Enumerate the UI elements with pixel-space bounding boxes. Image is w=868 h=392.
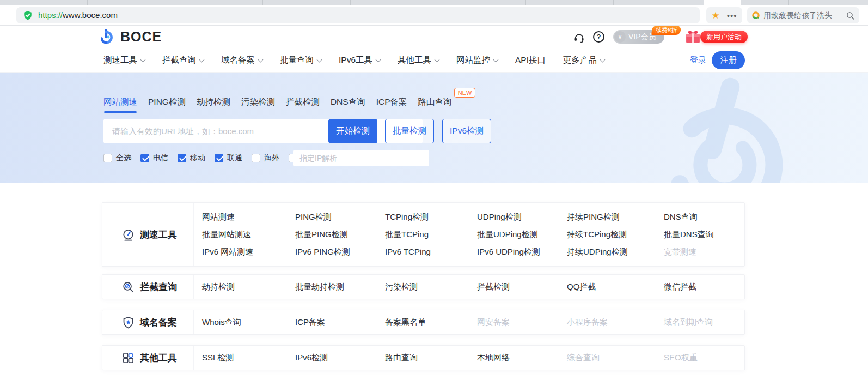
category-title: 拦截查询: [140, 281, 177, 293]
register-button[interactable]: 注册: [712, 51, 745, 69]
nav-item[interactable]: 更多产品: [563, 55, 604, 66]
tool-link[interactable]: IPv6 PING检测: [295, 243, 385, 261]
nav-item[interactable]: 域名备案: [221, 55, 262, 66]
tool-link[interactable]: 网站测速: [202, 208, 295, 226]
tool-link[interactable]: 路由查询: [385, 349, 477, 366]
tool-link[interactable]: 批量劫持检测: [295, 278, 385, 295]
tool-link[interactable]: UDPing检测: [477, 208, 567, 226]
nav-item[interactable]: 其他工具: [398, 55, 439, 66]
tool-link[interactable]: DNS查询: [664, 208, 744, 226]
address-bar[interactable]: https://www.boce.com: [16, 7, 700, 23]
tool-link[interactable]: 拦截检测: [477, 278, 567, 295]
tool-link[interactable]: 备案黑名单: [385, 313, 477, 331]
hero-tab[interactable]: 污染检测: [241, 97, 275, 113]
gift-icon[interactable]: [684, 28, 701, 44]
tool-link[interactable]: 持续UDPing检测: [567, 243, 664, 261]
hero-tab[interactable]: 拦截检测: [286, 97, 320, 113]
tool-link: 网安备案: [477, 313, 567, 331]
tool-link[interactable]: 批量PING检测: [295, 226, 385, 243]
magnifier-icon[interactable]: [846, 11, 855, 20]
checkbox[interactable]: [178, 154, 186, 162]
nav-item[interactable]: API接口: [515, 55, 546, 66]
url-scheme: https://: [38, 10, 63, 20]
tool-link: 小程序备案: [567, 313, 664, 331]
line-option[interactable]: 移动: [178, 153, 205, 163]
browser-toolbar: https://www.boce.com ★ •••: [0, 5, 868, 26]
more-menu-icon[interactable]: •••: [727, 11, 737, 20]
browser-tabstrip[interactable]: [0, 0, 868, 5]
help-icon[interactable]: ?: [593, 31, 604, 43]
login-link[interactable]: 登录: [690, 48, 706, 73]
tool-link[interactable]: 劫持检测: [202, 278, 295, 295]
tool-link[interactable]: PING检测: [295, 208, 385, 226]
nav-item[interactable]: 拦截查询: [162, 55, 204, 66]
renew-discount-badge: 续费8折: [651, 26, 681, 35]
line-option[interactable]: 海外: [252, 153, 279, 163]
hero-tab[interactable]: 网站测速: [103, 97, 137, 113]
nav-item-label: 其他工具: [398, 55, 431, 66]
tool-link[interactable]: 批量UDPing检测: [477, 226, 567, 243]
hero-tab[interactable]: 路由查询NEW: [418, 97, 451, 113]
hero-section: 网站测速PING检测劫持检测污染检测拦截检测DNS查询ICP备案路由查询NEW …: [0, 73, 868, 183]
url-host: www.boce.com: [63, 10, 118, 20]
tool-link[interactable]: ICP备案: [295, 313, 385, 331]
checkbox[interactable]: [140, 154, 149, 162]
nav-item[interactable]: 网站监控: [456, 55, 498, 66]
ipv6-test-button[interactable]: IPv6检测: [442, 119, 491, 143]
chevron-down-icon: [199, 57, 205, 62]
line-option[interactable]: 全选: [103, 153, 131, 163]
tool-link[interactable]: Whois查询: [202, 313, 295, 331]
hero-tab[interactable]: DNS查询: [331, 97, 365, 113]
tool-link[interactable]: IPv6 UDPing检测: [477, 243, 567, 261]
ip-resolve-input[interactable]: [293, 150, 429, 166]
nav-item[interactable]: 测速工具: [103, 55, 145, 66]
tool-link[interactable]: 污染检测: [385, 278, 477, 295]
browser-active-tab[interactable]: [704, 0, 741, 5]
tool-link[interactable]: IPv6 网站测速: [202, 243, 295, 261]
new-user-activity-button[interactable]: 新用户活动: [700, 31, 748, 43]
checkbox[interactable]: [252, 154, 260, 162]
batch-test-button[interactable]: 批量检测: [385, 119, 434, 143]
tool-link[interactable]: IPv6 TCPing: [385, 243, 477, 261]
shield-star-icon: [122, 316, 135, 329]
browser-search-box[interactable]: [747, 7, 859, 23]
headset-icon[interactable]: [573, 31, 585, 43]
nav-item[interactable]: IPv6工具: [339, 55, 380, 66]
category-header: 域名备案: [102, 310, 194, 334]
vip-crown-icon: ∨: [614, 31, 626, 43]
tool-link: SEO权重: [664, 349, 744, 366]
tool-link[interactable]: 批量TCPing: [385, 226, 477, 243]
nav-item-label: IPv6工具: [339, 55, 372, 66]
tool-link[interactable]: 批量网站测速: [202, 226, 295, 243]
tool-link[interactable]: 本地网络: [477, 349, 567, 366]
nav-item-label: 域名备案: [221, 55, 255, 66]
browser-search-input[interactable]: [763, 11, 842, 20]
tool-link[interactable]: TCPing检测: [385, 208, 477, 226]
hero-tab[interactable]: PING检测: [148, 97, 186, 113]
checkbox[interactable]: [103, 154, 112, 162]
chevron-down-icon: [258, 57, 264, 62]
start-test-button[interactable]: 开始检测: [328, 119, 377, 143]
tool-link[interactable]: IPv6检测: [295, 349, 385, 366]
hero-tab[interactable]: ICP备案: [376, 97, 407, 113]
boce-logo[interactable]: BOCE: [101, 28, 162, 45]
tool-link[interactable]: 持续PING检测: [567, 208, 664, 226]
tool-link[interactable]: QQ拦截: [567, 278, 664, 295]
nav-item[interactable]: 批量查询: [280, 55, 321, 66]
category-links: 网站测速PING检测TCPing检测UDPing检测持续PING检测DNS查询批…: [194, 203, 744, 266]
hero-tab[interactable]: 劫持检测: [197, 97, 230, 113]
tool-link[interactable]: 持续TCPing检测: [567, 226, 664, 243]
bookmark-star-icon[interactable]: ★: [711, 11, 719, 20]
apps-grid-icon: [122, 352, 135, 364]
nav-item-label: 更多产品: [563, 55, 597, 66]
tool-link[interactable]: 批量DNS查询: [664, 226, 744, 243]
tool-link[interactable]: 微信拦截: [664, 278, 744, 295]
line-option[interactable]: 电信: [140, 153, 168, 163]
line-option[interactable]: 联通: [215, 153, 242, 163]
nav-item-label: 批量查询: [280, 55, 314, 66]
checkbox[interactable]: [215, 154, 223, 162]
tool-link[interactable]: SSL检测: [202, 349, 295, 366]
boce-logo-icon: [101, 28, 118, 45]
security-shield-icon: [23, 10, 33, 20]
category-links: 劫持检测批量劫持检测污染检测拦截检测QQ拦截微信拦截: [194, 275, 744, 299]
